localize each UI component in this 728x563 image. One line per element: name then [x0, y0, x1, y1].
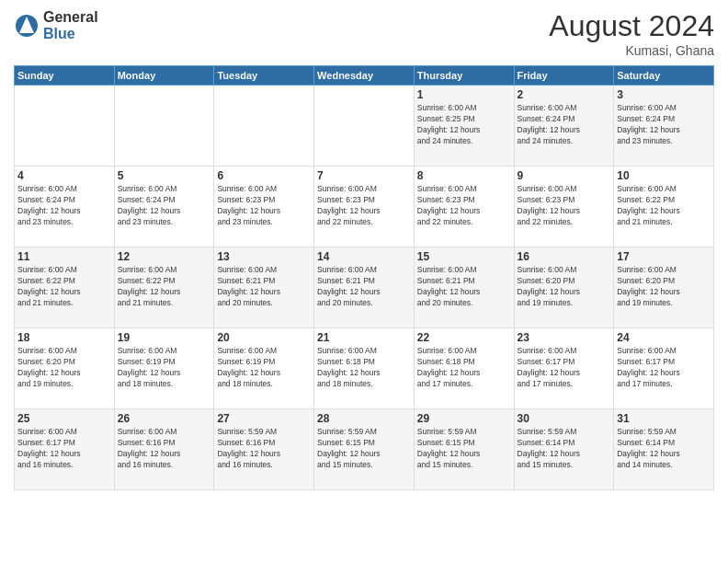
- calendar-cell: 7Sunrise: 6:00 AM Sunset: 6:23 PM Daylig…: [314, 167, 415, 247]
- logo-general: General: [43, 9, 98, 26]
- day-number: 24: [617, 331, 711, 344]
- calendar-cell: 30Sunrise: 5:59 AM Sunset: 6:14 PM Dayli…: [514, 409, 614, 490]
- cell-info: Sunrise: 6:00 AM Sunset: 6:20 PM Dayligh…: [617, 265, 711, 309]
- calendar-cell: 14Sunrise: 6:00 AM Sunset: 6:21 PM Dayli…: [314, 247, 415, 328]
- calendar-cell: 11Sunrise: 6:00 AM Sunset: 6:22 PM Dayli…: [15, 247, 115, 328]
- calendar-cell: 29Sunrise: 5:59 AM Sunset: 6:15 PM Dayli…: [414, 409, 514, 490]
- day-number: 21: [317, 331, 411, 344]
- calendar-cell: [214, 86, 314, 167]
- day-header-monday: Monday: [114, 66, 214, 86]
- day-number: 28: [317, 412, 411, 425]
- calendar-table: SundayMondayTuesdayWednesdayThursdayFrid…: [14, 65, 714, 490]
- day-header-friday: Friday: [514, 66, 614, 86]
- header: General Blue August 2024 Kumasi, Ghana: [14, 9, 714, 58]
- week-row-3: 11Sunrise: 6:00 AM Sunset: 6:22 PM Dayli…: [15, 247, 714, 328]
- day-number: 7: [317, 169, 411, 182]
- day-number: 31: [617, 412, 711, 425]
- day-number: 27: [217, 412, 311, 425]
- day-number: 4: [17, 169, 111, 182]
- cell-info: Sunrise: 5:59 AM Sunset: 6:15 PM Dayligh…: [417, 427, 511, 471]
- day-number: 11: [17, 250, 111, 263]
- cell-info: Sunrise: 6:00 AM Sunset: 6:20 PM Dayligh…: [17, 346, 111, 390]
- calendar-cell: 15Sunrise: 6:00 AM Sunset: 6:21 PM Dayli…: [414, 247, 514, 328]
- calendar-cell: 25Sunrise: 6:00 AM Sunset: 6:17 PM Dayli…: [15, 409, 115, 490]
- cell-info: Sunrise: 6:00 AM Sunset: 6:23 PM Dayligh…: [518, 184, 611, 228]
- cell-info: Sunrise: 6:00 AM Sunset: 6:24 PM Dayligh…: [118, 184, 211, 228]
- title-block: August 2024 Kumasi, Ghana: [549, 9, 714, 58]
- cell-info: Sunrise: 6:00 AM Sunset: 6:24 PM Dayligh…: [518, 103, 611, 147]
- logo-blue: Blue: [43, 26, 75, 41]
- week-row-2: 4Sunrise: 6:00 AM Sunset: 6:24 PM Daylig…: [15, 167, 714, 247]
- day-number: 30: [518, 412, 611, 425]
- day-number: 25: [17, 412, 111, 425]
- cell-info: Sunrise: 6:00 AM Sunset: 6:18 PM Dayligh…: [417, 346, 511, 390]
- month-year: August 2024: [549, 9, 714, 43]
- day-number: 3: [617, 88, 711, 101]
- day-header-sunday: Sunday: [15, 66, 115, 86]
- cell-info: Sunrise: 6:00 AM Sunset: 6:21 PM Dayligh…: [217, 265, 311, 309]
- calendar-cell: 6Sunrise: 6:00 AM Sunset: 6:23 PM Daylig…: [214, 167, 314, 247]
- day-number: 14: [317, 250, 411, 263]
- day-number: 20: [217, 331, 311, 344]
- cell-info: Sunrise: 5:59 AM Sunset: 6:14 PM Dayligh…: [617, 427, 711, 471]
- day-number: 1: [417, 88, 511, 101]
- calendar-cell: [15, 86, 115, 167]
- day-header-tuesday: Tuesday: [214, 66, 314, 86]
- cell-info: Sunrise: 6:00 AM Sunset: 6:17 PM Dayligh…: [617, 346, 711, 390]
- calendar-cell: 16Sunrise: 6:00 AM Sunset: 6:20 PM Dayli…: [514, 247, 614, 328]
- cell-info: Sunrise: 6:00 AM Sunset: 6:17 PM Dayligh…: [17, 427, 111, 471]
- day-number: 17: [617, 250, 711, 263]
- location: Kumasi, Ghana: [549, 43, 714, 58]
- cell-info: Sunrise: 6:00 AM Sunset: 6:19 PM Dayligh…: [217, 346, 311, 390]
- day-header-thursday: Thursday: [414, 66, 514, 86]
- calendar-cell: 22Sunrise: 6:00 AM Sunset: 6:18 PM Dayli…: [414, 328, 514, 409]
- week-row-5: 25Sunrise: 6:00 AM Sunset: 6:17 PM Dayli…: [15, 409, 714, 490]
- calendar-cell: 28Sunrise: 5:59 AM Sunset: 6:15 PM Dayli…: [314, 409, 415, 490]
- header-row: SundayMondayTuesdayWednesdayThursdayFrid…: [15, 66, 714, 86]
- calendar-cell: 24Sunrise: 6:00 AM Sunset: 6:17 PM Dayli…: [614, 328, 714, 409]
- week-row-1: 1Sunrise: 6:00 AM Sunset: 6:25 PM Daylig…: [15, 86, 714, 167]
- cell-info: Sunrise: 6:00 AM Sunset: 6:23 PM Dayligh…: [317, 184, 411, 228]
- week-row-4: 18Sunrise: 6:00 AM Sunset: 6:20 PM Dayli…: [15, 328, 714, 409]
- calendar-cell: 31Sunrise: 5:59 AM Sunset: 6:14 PM Dayli…: [614, 409, 714, 490]
- calendar-cell: 23Sunrise: 6:00 AM Sunset: 6:17 PM Dayli…: [514, 328, 614, 409]
- calendar-cell: [314, 86, 415, 167]
- calendar-cell: 26Sunrise: 6:00 AM Sunset: 6:16 PM Dayli…: [114, 409, 214, 490]
- calendar-cell: 9Sunrise: 6:00 AM Sunset: 6:23 PM Daylig…: [514, 167, 614, 247]
- day-number: 10: [617, 169, 711, 182]
- day-number: 15: [417, 250, 511, 263]
- cell-info: Sunrise: 6:00 AM Sunset: 6:19 PM Dayligh…: [118, 346, 211, 390]
- calendar-cell: 5Sunrise: 6:00 AM Sunset: 6:24 PM Daylig…: [114, 167, 214, 247]
- cell-info: Sunrise: 5:59 AM Sunset: 6:15 PM Dayligh…: [317, 427, 411, 471]
- calendar-cell: 19Sunrise: 6:00 AM Sunset: 6:19 PM Dayli…: [114, 328, 214, 409]
- cell-info: Sunrise: 6:00 AM Sunset: 6:20 PM Dayligh…: [518, 265, 611, 309]
- day-number: 9: [518, 169, 611, 182]
- day-number: 5: [118, 169, 211, 182]
- day-number: 26: [118, 412, 211, 425]
- calendar-header: SundayMondayTuesdayWednesdayThursdayFrid…: [15, 66, 714, 86]
- cell-info: Sunrise: 6:00 AM Sunset: 6:17 PM Dayligh…: [518, 346, 611, 390]
- calendar-cell: 17Sunrise: 6:00 AM Sunset: 6:20 PM Dayli…: [614, 247, 714, 328]
- calendar-container: General Blue August 2024 Kumasi, Ghana S…: [0, 0, 728, 495]
- cell-info: Sunrise: 6:00 AM Sunset: 6:22 PM Dayligh…: [17, 265, 111, 309]
- day-number: 29: [417, 412, 511, 425]
- cell-info: Sunrise: 6:00 AM Sunset: 6:24 PM Dayligh…: [617, 103, 711, 147]
- cell-info: Sunrise: 6:00 AM Sunset: 6:23 PM Dayligh…: [417, 184, 511, 228]
- calendar-cell: 3Sunrise: 6:00 AM Sunset: 6:24 PM Daylig…: [614, 86, 714, 167]
- day-number: 16: [518, 250, 611, 263]
- day-header-saturday: Saturday: [614, 66, 714, 86]
- cell-info: Sunrise: 6:00 AM Sunset: 6:23 PM Dayligh…: [217, 184, 311, 228]
- day-number: 2: [518, 88, 611, 101]
- calendar-body: 1Sunrise: 6:00 AM Sunset: 6:25 PM Daylig…: [15, 86, 714, 490]
- cell-info: Sunrise: 6:00 AM Sunset: 6:25 PM Dayligh…: [417, 103, 511, 147]
- calendar-cell: 18Sunrise: 6:00 AM Sunset: 6:20 PM Dayli…: [15, 328, 115, 409]
- calendar-cell: 8Sunrise: 6:00 AM Sunset: 6:23 PM Daylig…: [414, 167, 514, 247]
- logo-text: General Blue: [43, 9, 98, 42]
- calendar-cell: 1Sunrise: 6:00 AM Sunset: 6:25 PM Daylig…: [414, 86, 514, 167]
- day-number: 18: [17, 331, 111, 344]
- day-number: 8: [417, 169, 511, 182]
- cell-info: Sunrise: 5:59 AM Sunset: 6:16 PM Dayligh…: [217, 427, 311, 471]
- calendar-cell: 27Sunrise: 5:59 AM Sunset: 6:16 PM Dayli…: [214, 409, 314, 490]
- calendar-cell: 21Sunrise: 6:00 AM Sunset: 6:18 PM Dayli…: [314, 328, 415, 409]
- day-number: 13: [217, 250, 311, 263]
